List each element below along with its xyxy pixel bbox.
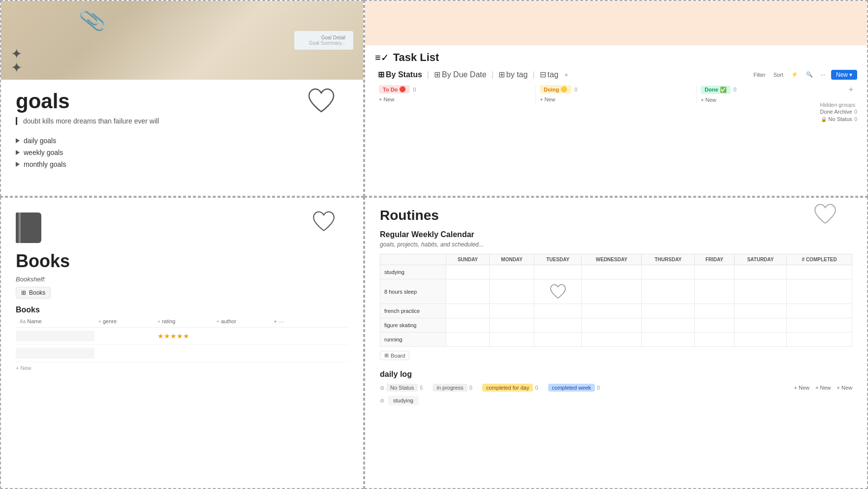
cell: [490, 333, 534, 347]
weekly-calendar-section: Regular Weekly Calendar goals, projects,…: [380, 230, 852, 360]
cell-with-heart: [534, 279, 582, 304]
todo-add-new[interactable]: + New: [379, 96, 531, 102]
row-label-header: [380, 254, 446, 265]
col-author-header: + author: [213, 318, 272, 325]
tabs-toolbar-row: ⊞ By Status | ⊞ By Due Date | ⊞ by tag |…: [375, 69, 857, 80]
cell: [642, 318, 695, 333]
bookshelf-label: Bookshelf:: [16, 275, 348, 283]
lightning-btn[interactable]: ⚡: [789, 71, 800, 78]
log-add-new-1[interactable]: + New: [794, 385, 810, 391]
no-status-label: No Status: [829, 116, 852, 122]
list-item[interactable]: weekly goals: [16, 147, 348, 158]
cell: [446, 304, 490, 318]
routines-title: Routines: [380, 208, 852, 223]
completed-header: # Completed: [787, 254, 852, 265]
cell: [446, 279, 490, 304]
task-header-bg: [365, 1, 867, 45]
new-button[interactable]: New ▾: [831, 70, 857, 80]
books-table-section: Books Aa Name + genre + rating + author …: [16, 306, 348, 371]
tab-separator: |: [532, 70, 534, 79]
triangle-icon: [16, 162, 20, 167]
row-running: running: [380, 333, 446, 347]
book-name-cell[interactable]: [16, 348, 94, 359]
completed-day-count: 0: [535, 385, 538, 391]
col-rating-header: + rating: [154, 318, 213, 325]
book-rating-cell[interactable]: ★★★★★: [154, 332, 213, 340]
sort-btn[interactable]: Sort: [772, 71, 785, 78]
no-status-icon: ⊘: [380, 385, 384, 391]
table-icon: ⊟: [540, 70, 546, 79]
book-name-cell[interactable]: [16, 331, 94, 341]
tab-separator: |: [427, 70, 429, 79]
filter-btn[interactable]: Filter: [751, 71, 767, 78]
saturday-header: SATURDAY: [734, 254, 787, 265]
cell: [734, 304, 787, 318]
more-cols-btn[interactable]: ···: [279, 318, 284, 325]
chevron-down-icon: ▾: [849, 71, 852, 78]
friday-header: FRIDAY: [695, 254, 734, 265]
books-db-link[interactable]: ⊞ Books: [16, 287, 51, 299]
done-status-pill: Done ✅: [701, 86, 731, 94]
triangle-icon: [16, 138, 20, 143]
cell: [642, 333, 695, 347]
done-col-header: Done ✅ 0 +: [701, 85, 853, 94]
table-row: [16, 345, 348, 362]
doing-add-new[interactable]: + New: [540, 96, 692, 102]
log-add-new-3[interactable]: + New: [837, 385, 853, 391]
daily-log-row: ⊘ studying: [380, 396, 852, 405]
doing-status-pill: Doing 🟡: [540, 85, 571, 93]
tab-tag[interactable]: ⊟ tag: [537, 69, 561, 80]
done-icon: ✅: [720, 87, 727, 93]
sparkle-icon: ✦✦: [11, 47, 22, 75]
hidden-groups: Hidden groups Done Archive 0 🔒 No Status…: [820, 102, 857, 123]
list-item[interactable]: daily goals: [16, 135, 348, 147]
row-sleep: 8 hours sleep: [380, 279, 446, 304]
table-row: running: [380, 333, 852, 347]
daily-log-item[interactable]: studying: [388, 396, 418, 405]
board-badge[interactable]: ⊞ Board: [380, 351, 409, 360]
wednesday-header: WEDNESDAY: [582, 254, 642, 265]
sunday-header: SUNDAY: [446, 254, 490, 265]
task-panel: ≡✓ Task List ⊞ By Status | ⊞ By Due Date…: [364, 0, 868, 197]
cell: [582, 265, 642, 279]
search-btn[interactable]: 🔍: [804, 71, 815, 78]
cell: [446, 318, 490, 333]
cell: [582, 279, 642, 304]
table-row: french practice: [380, 304, 852, 318]
add-col-btn[interactable]: +: [274, 318, 277, 325]
daily-log-title: daily log: [380, 370, 852, 379]
list-item[interactable]: monthly goals: [16, 158, 348, 170]
grid-icon: ⊞: [498, 70, 505, 79]
add-new-row[interactable]: + New: [16, 365, 348, 371]
completed-week-count: 0: [597, 385, 600, 391]
more-btn[interactable]: ···: [819, 71, 827, 78]
thursday-header: THURSDAY: [642, 254, 695, 265]
goals-panel: 📎 Goal Detail Goal Summary... ✦✦ goals d…: [0, 0, 364, 197]
doing-column: Doing 🟡 0 + New: [536, 85, 697, 103]
goal-detail-card: Goal Detail Goal Summary...: [294, 31, 353, 50]
goals-list: daily goals weekly goals monthly goals: [16, 135, 348, 170]
doing-icon: 🟡: [560, 86, 567, 92]
done-archive-label: Done Archive: [820, 109, 852, 115]
tab-by-due-date[interactable]: ⊞ By Due Date: [431, 69, 490, 80]
completed-day-item: completed for day 0: [482, 384, 538, 392]
lock-icon: 🔒: [821, 117, 827, 122]
cell: [642, 279, 695, 304]
add-tab-btn[interactable]: +: [564, 71, 568, 79]
cell: [490, 279, 534, 304]
daily-log-section: daily log ⊘ No Status 5 in progress 0 co…: [380, 370, 852, 405]
cell: [534, 304, 582, 318]
monday-header: MONDAY: [490, 254, 534, 265]
books-section-title: Books: [16, 306, 348, 314]
routines-heart-icon: [813, 203, 837, 227]
completed-week-pill: completed week: [548, 384, 595, 392]
log-add-new-2[interactable]: + New: [815, 385, 831, 391]
done-column: Done ✅ 0 + + New: [697, 85, 857, 103]
grid-icon: ⊞: [378, 70, 384, 79]
tab-by-status[interactable]: ⊞ By Status: [375, 69, 425, 80]
cell: [534, 318, 582, 333]
weekly-calendar-table: SUNDAY MONDAY TUESDAY WEDNESDAY THURSDAY…: [380, 254, 852, 347]
add-column-btn[interactable]: +: [849, 85, 853, 94]
tab-by-tag[interactable]: ⊞ by tag: [496, 69, 531, 80]
task-title-row: ≡✓ Task List: [375, 51, 857, 64]
